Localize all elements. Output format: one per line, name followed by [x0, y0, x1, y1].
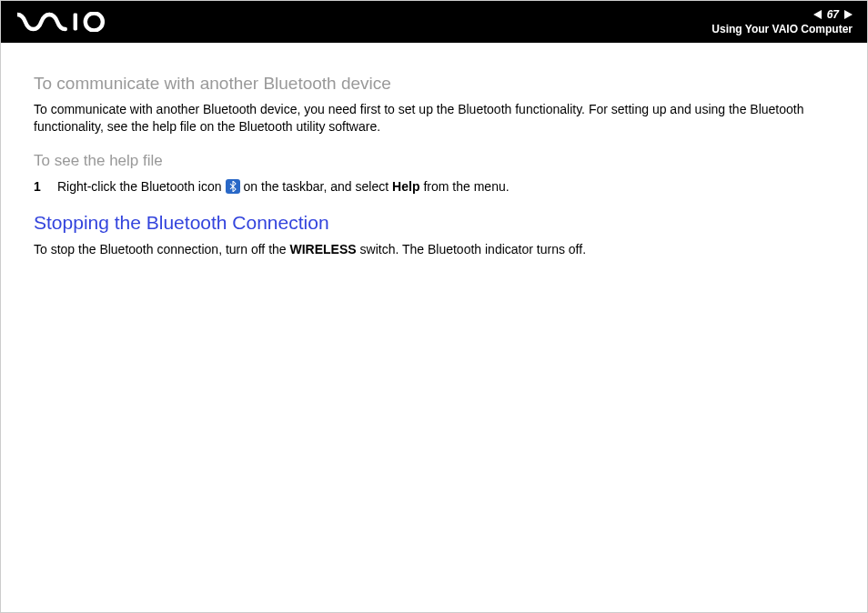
next-page-arrow-icon[interactable]	[844, 10, 853, 19]
step-number: 1	[34, 179, 45, 194]
para2-wireless-bold: WIRELESS	[290, 242, 357, 256]
para2-after: switch. The Bluetooth indicator turns of…	[360, 242, 587, 256]
step-text-help-bold: Help	[392, 179, 419, 194]
paragraph-communicate: To communicate with another Bluetooth de…	[34, 101, 834, 136]
vaio-logo	[17, 12, 111, 32]
step-text: Right-click the Bluetooth icon on the ta…	[57, 179, 510, 194]
vaio-logo-svg	[17, 12, 111, 32]
page-number: 67	[827, 8, 839, 21]
heading-stopping: Stopping the Bluetooth Connection	[34, 212, 834, 234]
page-content: To communicate with another Bluetooth de…	[1, 43, 867, 258]
section-label: Using Your VAIO Computer	[712, 23, 853, 35]
paragraph-stopping: To stop the Bluetooth connection, turn o…	[34, 241, 834, 258]
prev-page-arrow-icon[interactable]	[813, 10, 822, 19]
svg-rect-0	[74, 13, 77, 30]
svg-point-1	[86, 13, 103, 30]
step-text-mid: on the taskbar, and select	[244, 179, 389, 194]
header-right: 67 Using Your VAIO Computer	[712, 8, 853, 35]
step-text-after: from the menu.	[423, 179, 509, 194]
heading-help-file: To see the help file	[34, 152, 834, 170]
step-text-before: Right-click the Bluetooth icon	[57, 179, 222, 194]
para2-before: To stop the Bluetooth connection, turn o…	[34, 242, 287, 256]
page-navigation: 67	[712, 8, 853, 21]
heading-communicate: To communicate with another Bluetooth de…	[34, 74, 834, 94]
header-bar: 67 Using Your VAIO Computer	[1, 1, 867, 43]
bluetooth-icon	[226, 179, 240, 194]
step-1: 1 Right-click the Bluetooth icon on the …	[34, 179, 834, 194]
